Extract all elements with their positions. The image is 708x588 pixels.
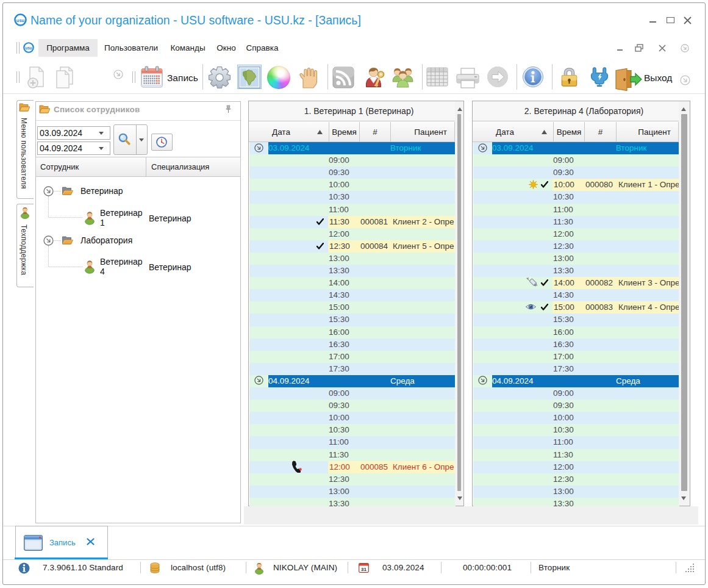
- svg-text:usu: usu: [16, 18, 25, 23]
- svg-text:31: 31: [361, 567, 367, 572]
- svg-text:usu: usu: [25, 46, 32, 50]
